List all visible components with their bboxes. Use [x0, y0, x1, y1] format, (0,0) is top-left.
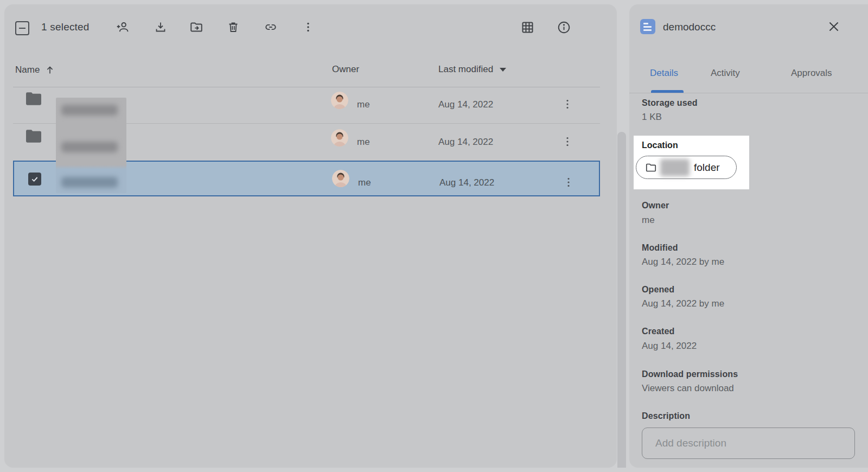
- storage-used-value: 1 KB: [642, 112, 662, 123]
- tab-activity[interactable]: Activity: [711, 68, 740, 79]
- check-icon: [30, 175, 39, 183]
- download-permissions-value: Viewers can download: [642, 383, 734, 394]
- modified-label: Modified: [642, 243, 678, 253]
- person-add-icon: [116, 20, 130, 34]
- location-label: Location: [642, 141, 678, 150]
- row-more-options-button[interactable]: [561, 135, 574, 150]
- sort-ascending-icon: [44, 64, 56, 76]
- link-icon: [264, 20, 278, 34]
- sort-descending-caret-icon: [500, 68, 506, 72]
- opened-label: Opened: [642, 285, 674, 295]
- doc-line: [643, 29, 652, 31]
- delete-button[interactable]: [222, 16, 244, 38]
- deselect-all-checkbox[interactable]: [15, 21, 29, 35]
- created-label: Created: [642, 327, 674, 336]
- description-label: Description: [642, 411, 690, 421]
- close-panel-button[interactable]: [827, 20, 841, 36]
- selected-count-label: 1 selected: [41, 21, 90, 33]
- opened-value: Aug 14, 2022 by me: [642, 298, 724, 309]
- location-highlight: Location folder: [634, 136, 749, 189]
- document-icon: [640, 19, 655, 34]
- storage-used-label: Storage used: [642, 98, 698, 108]
- created-value: Aug 14, 2022: [642, 341, 697, 352]
- info-icon: [557, 20, 571, 35]
- get-link-button[interactable]: [260, 16, 282, 38]
- doc-line: [643, 23, 648, 24]
- folder-outline-icon: [645, 162, 657, 174]
- description-input[interactable]: Add description: [642, 428, 855, 459]
- move-button[interactable]: [186, 16, 207, 38]
- last-modified-header-label: Last modified: [438, 64, 493, 75]
- redacted-name: [61, 177, 118, 188]
- redacted-name: [61, 105, 118, 116]
- grid-view-icon: [520, 20, 535, 35]
- more-vert-icon: [562, 176, 575, 189]
- column-header-name[interactable]: Name: [15, 64, 56, 76]
- folder-icon: [26, 130, 41, 143]
- folder-icon: [26, 92, 41, 105]
- tab-details[interactable]: Details: [650, 68, 678, 79]
- owner-cell: me: [357, 99, 370, 110]
- owner-cell: me: [357, 137, 370, 148]
- more-options-button[interactable]: [297, 16, 319, 38]
- row-more-options-button[interactable]: [562, 176, 575, 191]
- last-modified-cell: Aug 14, 2022: [438, 137, 493, 148]
- tab-details-label: Details: [650, 68, 678, 78]
- download-permissions-label: Download permissions: [642, 369, 738, 379]
- redacted-name: [61, 142, 118, 152]
- close-icon: [827, 20, 841, 34]
- location-folder-chip[interactable]: folder: [636, 156, 737, 179]
- tab-approvals[interactable]: Approvals: [791, 68, 832, 79]
- panel-title: demodoccc: [663, 21, 716, 33]
- name-header-label: Name: [15, 65, 40, 75]
- file-list-card: 1 selected: [4, 4, 617, 468]
- owner-avatar: [332, 170, 349, 187]
- redacted-folder-name: [660, 159, 690, 176]
- row-more-options-button[interactable]: [561, 98, 574, 113]
- more-vert-icon: [302, 21, 315, 34]
- doc-line: [643, 26, 652, 28]
- column-header-last-modified[interactable]: Last modified: [438, 64, 506, 75]
- more-vert-icon: [561, 98, 574, 111]
- last-modified-cell: Aug 14, 2022: [439, 177, 494, 188]
- row-checkbox-checked[interactable]: [28, 173, 41, 186]
- download-icon: [154, 21, 167, 34]
- owner-value: me: [642, 215, 655, 226]
- owner-header-label: Owner: [332, 64, 359, 75]
- details-info-button[interactable]: [553, 16, 575, 38]
- tab-approvals-label: Approvals: [791, 68, 832, 78]
- tab-activity-label: Activity: [711, 68, 740, 78]
- vertical-scrollbar-thumb[interactable]: [617, 132, 626, 468]
- details-panel: demodoccc Details Activity Approvals: [629, 4, 868, 468]
- share-button[interactable]: [112, 16, 133, 38]
- description-placeholder: Add description: [655, 437, 726, 449]
- minus-icon: [19, 28, 25, 29]
- location-chip-label: folder: [694, 162, 720, 174]
- modified-value: Aug 14, 2022 by me: [642, 257, 724, 267]
- owner-cell: me: [358, 177, 371, 188]
- redacted-file-names: [56, 98, 126, 193]
- trash-icon: [227, 21, 240, 34]
- more-vert-icon: [561, 135, 574, 148]
- owner-avatar: [331, 92, 348, 109]
- tabs-divider: [629, 93, 868, 93]
- download-button[interactable]: [150, 16, 171, 38]
- column-header-owner[interactable]: Owner: [332, 64, 359, 75]
- owner-avatar: [331, 129, 348, 146]
- owner-label: Owner: [642, 201, 669, 211]
- grid-view-button[interactable]: [516, 16, 538, 38]
- last-modified-cell: Aug 14, 2022: [438, 99, 493, 110]
- folder-move-icon: [189, 20, 203, 34]
